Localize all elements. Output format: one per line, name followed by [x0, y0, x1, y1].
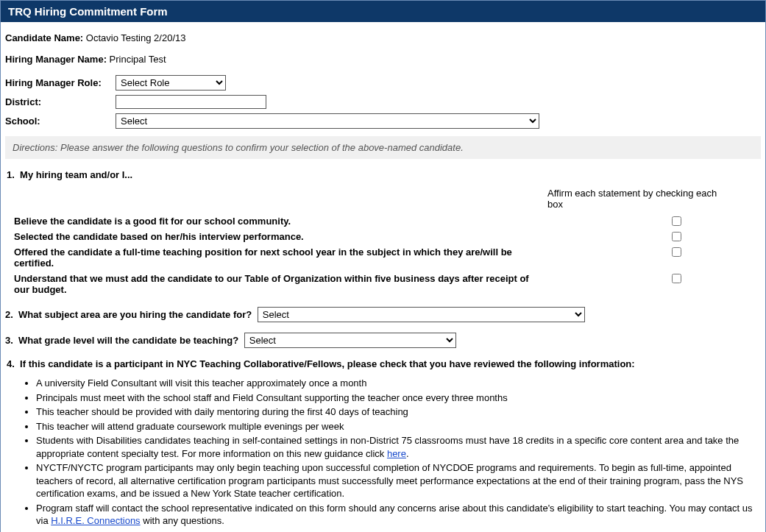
question-2: 2. What subject area are you hiring the …: [5, 307, 761, 322]
q4-bullet: Students with Disabilities candidates te…: [36, 434, 761, 460]
district-row: District:: [5, 95, 761, 109]
hiring-manager-row: Hiring Manager Name: Principal Test: [5, 54, 761, 65]
q4-bullet: This teacher will attend graduate course…: [36, 420, 761, 433]
question-4: 4. If this candidate is a participant in…: [7, 358, 761, 532]
role-label: Hiring Manager Role:: [5, 77, 116, 88]
grade-select[interactable]: Select: [244, 333, 456, 348]
candidate-label: Candidate Name:: [5, 32, 83, 43]
district-label: District:: [5, 96, 116, 107]
hiring-manager-value: Principal Test: [110, 54, 166, 65]
q1-statement-row: Believe the candidate is a good fit for …: [7, 214, 761, 228]
q4-bullet-list: A university Field Consultant will visit…: [36, 377, 761, 528]
q4-bullet: Program staff will contact the school re…: [36, 502, 761, 528]
candidate-value: Octavio Testing 2/20/13: [86, 32, 186, 43]
subject-select[interactable]: Select: [258, 307, 585, 322]
question-1: 1. My hiring team and/or I... Affirm eac…: [7, 169, 761, 297]
school-select[interactable]: Select: [116, 113, 539, 129]
q1-statement-row: Understand that we must add the candidat…: [7, 272, 761, 297]
hiring-manager-label: Hiring Manager Name:: [5, 54, 107, 65]
form-title: TRQ Hiring Commitment Form: [8, 5, 168, 18]
q1-affirm-layout: Affirm each statement by checking each b…: [7, 188, 761, 213]
q4-bullet: This teacher should be provided with dai…: [36, 405, 761, 419]
q4-bullet: NYCTF/NYCTC program participants may onl…: [36, 461, 761, 500]
q1-title: 1. My hiring team and/or I...: [7, 169, 761, 180]
role-select[interactable]: Select Role: [116, 75, 226, 91]
q4-bullet: A university Field Consultant will visit…: [36, 377, 761, 390]
role-row: Hiring Manager Role: Select Role: [5, 75, 761, 91]
affirm-header: Affirm each statement by checking each b…: [547, 188, 761, 213]
question-3: 3. What grade level will the candidate b…: [5, 333, 761, 348]
guidance-link[interactable]: here: [387, 448, 406, 459]
school-label: School:: [5, 116, 116, 127]
q1-check-2[interactable]: [672, 232, 681, 241]
q4-title: 4. If this candidate is a participant in…: [7, 358, 761, 369]
q4-bullet: Principals must meet with the school sta…: [36, 391, 761, 405]
form-body: Candidate Name: Octavio Testing 2/20/13 …: [1, 22, 765, 532]
q1-statement-row: Offered the candidate a full-time teachi…: [7, 245, 761, 270]
q2-title: 2. What subject area are you hiring the …: [5, 309, 255, 320]
q3-title: 3. What grade level will the candidate b…: [5, 335, 241, 346]
q1-statement-text: Selected the candidate based on her/his …: [7, 230, 547, 244]
q1-statement-text: Believe the candidate is a good fit for …: [7, 214, 547, 228]
q1-statement-text: Offered the candidate a full-time teachi…: [7, 245, 547, 270]
q1-check-1[interactable]: [672, 216, 681, 226]
q1-statement-row: Selected the candidate based on her/his …: [7, 230, 761, 244]
form-header: TRQ Hiring Commitment Form: [1, 1, 765, 22]
directions-bar: Directions: Please answer the following …: [5, 136, 761, 159]
district-input[interactable]: [116, 95, 266, 109]
q1-check-4[interactable]: [672, 274, 681, 283]
q1-statement-text: Understand that we must add the candidat…: [7, 272, 547, 297]
form-container: TRQ Hiring Commitment Form Candidate Nam…: [0, 0, 766, 532]
q1-check-3[interactable]: [672, 247, 681, 257]
school-row: School: Select: [5, 113, 761, 129]
hire-connections-link[interactable]: H.I.R.E. Connections: [51, 515, 140, 526]
candidate-row: Candidate Name: Octavio Testing 2/20/13: [5, 32, 761, 43]
